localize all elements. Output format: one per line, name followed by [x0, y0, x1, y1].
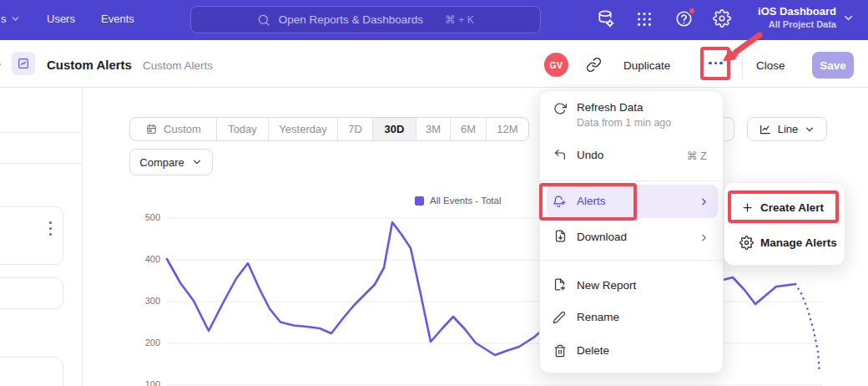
- app-window: 500 400 300 200 100 All Events - Total s…: [0, 0, 868, 386]
- plus-icon: [741, 201, 754, 214]
- menu-item-download[interactable]: Download: [540, 225, 723, 251]
- calendar-icon: [145, 123, 158, 135]
- annotation-arrow: [693, 23, 776, 69]
- alert-bell-plus-icon: [553, 195, 567, 209]
- date-range-today[interactable]: Today: [216, 118, 268, 140]
- chart-line-projected: [795, 284, 820, 373]
- chevron-down-icon: [804, 124, 815, 135]
- submenu-chevron-icon: [699, 196, 709, 207]
- date-range-3m[interactable]: 3M: [416, 118, 450, 140]
- legend-swatch: [415, 196, 424, 206]
- keyboard-shortcut: ⌘ Z: [668, 150, 707, 162]
- download-icon: [553, 229, 568, 243]
- submenu-item-manage-alerts[interactable]: Manage Alerts: [724, 230, 845, 258]
- date-range-yesterday[interactable]: Yesterday: [268, 118, 337, 140]
- chevron-down-icon: [191, 156, 203, 168]
- sidebar-card[interactable]: [0, 357, 63, 386]
- legend-label: All Events - Total: [430, 196, 501, 206]
- pencil-icon: [553, 311, 566, 324]
- line-chart-icon: [759, 123, 772, 136]
- menu-divider: [540, 260, 723, 261]
- date-range-12m[interactable]: 12M: [486, 118, 528, 140]
- new-report-icon: [553, 277, 567, 292]
- date-range-group: Custom Today Yesterday 7D 30D 3M 6M 12M: [129, 117, 529, 141]
- menu-item-alerts[interactable]: Alerts: [547, 185, 718, 218]
- submenu-item-create-alert[interactable]: Create Alert: [724, 195, 845, 223]
- chart-legend[interactable]: All Events - Total: [415, 196, 501, 206]
- menu-item-new-report[interactable]: New Report: [540, 273, 723, 300]
- chart-type-button[interactable]: Line: [747, 117, 827, 141]
- menu-item-refresh-data[interactable]: Refresh Data Data from 1 min ago: [540, 98, 723, 138]
- context-menu: Refresh Data Data from 1 min ago Undo ⌘ …: [539, 90, 724, 373]
- sidebar-card[interactable]: [0, 277, 63, 309]
- gear-icon: [739, 236, 754, 250]
- menu-item-delete[interactable]: Delete: [540, 339, 723, 366]
- undo-icon: [553, 148, 567, 161]
- menu-item-subtitle: Data from 1 min ago: [577, 117, 671, 129]
- menu-item-rename[interactable]: Rename: [540, 306, 723, 333]
- submenu-chevron-icon: [699, 232, 709, 243]
- sidebar-divider: [0, 163, 83, 164]
- date-range-custom[interactable]: Custom: [130, 118, 216, 140]
- alerts-submenu: Create Alert Manage Alerts: [724, 182, 845, 266]
- date-range-6m[interactable]: 6M: [450, 118, 486, 140]
- trash-icon: [553, 344, 567, 358]
- refresh-icon: [553, 102, 567, 115]
- kebab-menu-icon[interactable]: [46, 218, 55, 239]
- menu-item-undo[interactable]: Undo ⌘ Z: [540, 143, 723, 170]
- sidebar-card[interactable]: [0, 206, 63, 265]
- compare-button[interactable]: Compare: [129, 149, 213, 175]
- sidebar-divider: [0, 132, 83, 133]
- menu-divider: [540, 180, 723, 181]
- date-range-7d[interactable]: 7D: [337, 118, 372, 140]
- left-sidebar: [0, 88, 83, 386]
- date-range-30d[interactable]: 30D: [372, 118, 416, 140]
